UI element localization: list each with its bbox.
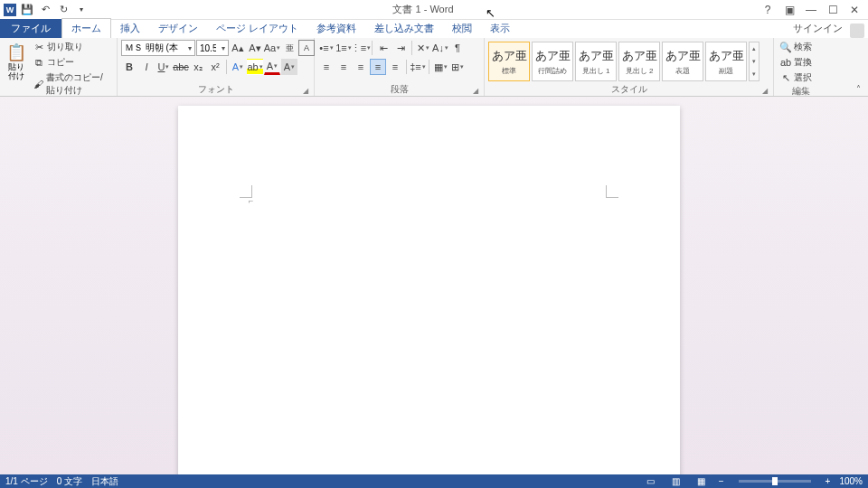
align-right-icon[interactable]: ≡ [353,59,369,75]
copy-button[interactable]: ⧉コピー [31,55,113,70]
highlight-icon[interactable]: ab [247,59,263,75]
subscript-icon[interactable]: x₂ [190,59,206,75]
qat-customize-icon[interactable]: ▾ [74,3,89,17]
collapse-ribbon-icon[interactable]: ˄ [852,83,864,94]
shading-icon[interactable]: ▦ [432,59,448,75]
select-button[interactable]: ↖選択 [778,70,815,85]
style-nospacing[interactable]: あア亜行間詰め [532,42,573,81]
ribbon-display-icon[interactable]: ▣ [779,2,799,18]
tab-references[interactable]: 参考資料 [307,19,365,38]
superscript-icon[interactable]: x² [207,59,223,75]
word-count[interactable]: 0 文字 [57,475,82,488]
style-title[interactable]: あア亜表題 [662,42,703,81]
tab-design[interactable]: デザイン [149,19,207,38]
signin-link[interactable]: サインイン [786,19,850,38]
borders-icon[interactable]: ⊞ [449,59,466,75]
avatar-icon[interactable] [850,23,864,38]
char-shading-icon[interactable]: A [281,59,297,75]
text-cursor: ⌐ [249,196,253,205]
format-painter-button[interactable]: 🖌書式のコピー/貼り付け [31,70,113,98]
font-name-input[interactable] [122,41,185,55]
undo-icon[interactable]: ↶ [38,3,52,17]
replace-label: 置換 [794,56,812,69]
font-name-dd-icon[interactable]: ▾ [185,44,194,52]
zoom-slider[interactable] [739,480,811,483]
increase-indent-icon[interactable]: ⇥ [392,40,409,56]
status-bar: 1/1 ページ 0 文字 日本語 ▭ ▥ ▦ − + 100% [0,474,868,488]
font-name-combo[interactable]: ▾ [121,40,195,56]
tab-view[interactable]: 表示 [481,19,519,38]
bold-icon[interactable]: B [121,59,137,75]
margin-corner-tr [606,185,618,198]
tab-mailings[interactable]: 差し込み文書 [365,19,443,38]
paste-icon: 📋 [5,42,27,63]
font-size-combo[interactable]: ▾ [196,40,229,56]
align-center-icon[interactable]: ≡ [335,59,352,75]
enclose-char-icon[interactable]: A [298,40,315,56]
multilevel-icon[interactable]: ⋮≡ [353,40,369,56]
save-icon[interactable]: 💾 [20,3,34,17]
styles-scroll: ▴ ▾ ▾ [749,42,760,81]
font-size-dd-icon[interactable]: ▾ [219,44,228,52]
help-icon[interactable]: ? [758,2,778,18]
asian-layout-icon[interactable]: ✕ [415,40,431,56]
group-editing-label: 編集 [792,86,810,96]
underline-icon[interactable]: U [156,59,172,75]
styles-down-icon[interactable]: ▾ [750,55,759,68]
line-spacing-icon[interactable]: ‡≡ [410,59,426,75]
language-status[interactable]: 日本語 [91,475,118,488]
numbering-icon[interactable]: 1≡ [335,40,352,56]
close-icon[interactable]: ✕ [844,2,864,18]
page[interactable]: ⌐ [178,106,680,474]
change-case-icon[interactable]: Aa [264,40,280,56]
page-status[interactable]: 1/1 ページ [5,475,48,488]
sort-icon[interactable]: A↓ [432,40,448,56]
tab-file[interactable]: ファイル [0,19,61,38]
tab-home[interactable]: ホーム [61,18,111,38]
paste-button[interactable]: 📋 貼り付け [4,40,29,83]
document-area: ⌐ [0,97,868,474]
zoom-thumb[interactable] [772,477,778,485]
styles-launcher-icon[interactable]: ◢ [760,87,769,96]
style-heading1[interactable]: あア亜見出し 1 [575,42,617,81]
italic-icon[interactable]: I [138,59,155,75]
justify-icon[interactable]: ≡ [370,59,386,75]
style-normal[interactable]: あア亜標準 [488,42,530,81]
font-launcher-icon[interactable]: ◢ [301,87,310,96]
zoom-level[interactable]: 100% [839,476,863,486]
font-color-icon[interactable]: A [264,59,280,75]
shrink-font-icon[interactable]: A▾ [247,40,263,56]
bullets-icon[interactable]: •≡ [318,40,335,56]
tab-page-layout[interactable]: ページ レイアウト [207,19,307,38]
phonetic-guide-icon[interactable]: 亜 [281,40,297,56]
font-size-input[interactable] [197,41,219,55]
distribute-icon[interactable]: ≡ [387,59,403,75]
show-marks-icon[interactable]: ¶ [449,40,466,56]
zoom-in-icon[interactable]: + [826,476,831,486]
tab-insert[interactable]: 挿入 [111,19,149,38]
styles-more-icon[interactable]: ▾ [750,68,759,80]
cut-button[interactable]: ✂切り取り [31,40,113,54]
window-title: 文書 1 - Word [89,3,758,16]
web-layout-icon[interactable]: ▦ [693,475,710,487]
print-layout-icon[interactable]: ▥ [668,475,684,487]
replace-button[interactable]: ab置換 [778,55,815,70]
minimize-icon[interactable]: — [801,2,821,18]
zoom-out-icon[interactable]: − [719,476,724,486]
maximize-icon[interactable]: ☐ [823,2,843,18]
decrease-indent-icon[interactable]: ⇤ [375,40,392,56]
tab-review[interactable]: 校閲 [443,19,481,38]
find-button[interactable]: 🔍検索 [778,40,815,54]
style-label: 標準 [502,66,516,76]
styles-up-icon[interactable]: ▴ [750,42,759,55]
style-subtitle[interactable]: あア亜副題 [705,42,747,81]
paragraph-launcher-icon[interactable]: ◢ [471,87,480,96]
strikethrough-icon[interactable]: abc [173,59,189,75]
format-painter-icon: 🖌 [33,79,43,89]
align-left-icon[interactable]: ≡ [318,59,335,75]
grow-font-icon[interactable]: A▴ [230,40,246,56]
style-heading2[interactable]: あア亜見出し 2 [618,42,660,81]
read-mode-icon[interactable]: ▭ [643,475,659,487]
text-effects-icon[interactable]: A [230,59,246,75]
redo-icon[interactable]: ↻ [56,3,71,17]
